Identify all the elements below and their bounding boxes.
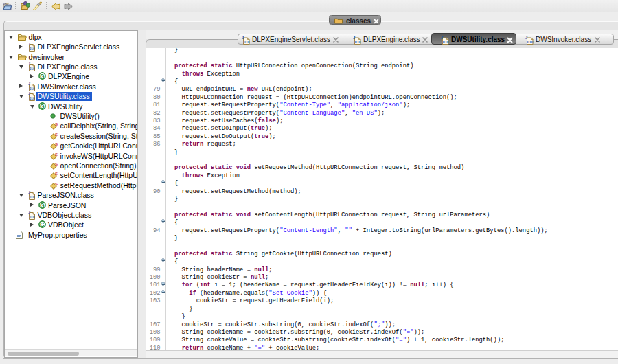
svg-text:S: S bbox=[55, 172, 58, 176]
svg-text:S: S bbox=[55, 122, 58, 126]
svg-text:S: S bbox=[55, 181, 58, 185]
svg-text:J: J bbox=[242, 36, 244, 41]
svg-text:G: G bbox=[40, 73, 45, 80]
svg-text:010: 010 bbox=[29, 67, 34, 71]
svg-text:010: 010 bbox=[29, 87, 34, 91]
svg-text:J: J bbox=[353, 36, 356, 41]
svg-text:S: S bbox=[55, 132, 58, 136]
svg-text:010: 010 bbox=[527, 40, 534, 44]
svg-text:010: 010 bbox=[29, 216, 34, 219]
svg-text:G: G bbox=[40, 221, 45, 228]
svg-text:010: 010 bbox=[29, 47, 34, 51]
svg-text:010: 010 bbox=[244, 40, 250, 44]
svg-text:010: 010 bbox=[29, 97, 34, 100]
svg-text:S: S bbox=[55, 142, 58, 146]
svg-text:010: 010 bbox=[355, 40, 361, 44]
svg-text:010: 010 bbox=[443, 40, 449, 44]
svg-text:G: G bbox=[40, 102, 45, 109]
svg-text:J: J bbox=[525, 36, 528, 41]
svg-text:S: S bbox=[55, 152, 58, 156]
svg-text:G: G bbox=[40, 201, 45, 208]
svg-text:J: J bbox=[441, 36, 444, 41]
svg-text:S: S bbox=[55, 162, 58, 166]
svg-text:010: 010 bbox=[29, 196, 34, 199]
